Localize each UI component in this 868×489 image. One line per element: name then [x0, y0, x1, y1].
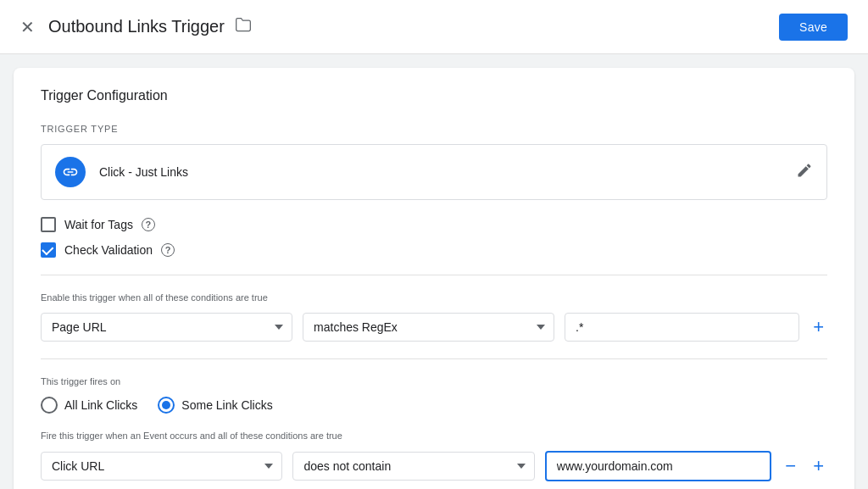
header-title-area: Outbound Links Trigger	[48, 16, 779, 37]
page-title: Outbound Links Trigger	[48, 17, 225, 36]
check-validation-row: Check Validation ?	[41, 242, 827, 258]
save-button[interactable]: Save	[779, 14, 848, 41]
some-link-clicks-radio[interactable]	[158, 397, 175, 414]
divider-1	[41, 275, 827, 275]
fire-trigger-variable-select[interactable]: Click URL Page URL Click Element	[41, 452, 282, 481]
enable-condition-value-input[interactable]	[565, 313, 799, 342]
section-title: Trigger Configuration	[41, 88, 827, 103]
fire-trigger-label: Fire this trigger when an Event occurs a…	[41, 431, 827, 441]
wait-for-tags-checkbox[interactable]	[41, 217, 56, 232]
fire-trigger-condition-row: Click URL Page URL Click Element does no…	[41, 451, 827, 481]
all-link-clicks-radio[interactable]	[41, 397, 58, 414]
wait-for-tags-row: Wait for Tags ?	[41, 217, 827, 232]
all-link-clicks-option[interactable]: All Link Clicks	[41, 397, 137, 414]
fire-trigger-operator-select[interactable]: does not contain contains equals matches…	[292, 452, 534, 481]
enable-condition-label: Enable this trigger when all of these co…	[41, 292, 827, 303]
folder-icon[interactable]	[235, 16, 252, 37]
trigger-type-label: Trigger Type	[41, 124, 827, 134]
trigger-config-panel: Trigger Configuration Trigger Type Click…	[14, 68, 854, 489]
some-link-clicks-radio-inner	[162, 401, 170, 409]
wait-for-tags-label: Wait for Tags	[64, 218, 133, 231]
wait-for-tags-help-icon[interactable]: ?	[142, 218, 155, 231]
main-content: Trigger Configuration Trigger Type Click…	[0, 54, 868, 489]
trigger-type-name: Click - Just Links	[99, 165, 796, 179]
close-button[interactable]: ✕	[20, 17, 35, 37]
fire-trigger-add-button[interactable]: +	[810, 455, 827, 477]
fire-trigger-value-input[interactable]	[545, 451, 771, 481]
check-validation-help-icon[interactable]: ?	[161, 243, 175, 257]
trigger-type-icon	[55, 157, 86, 187]
enable-condition-row: Page URL Click URL Click Element matches…	[41, 313, 827, 342]
fires-on-label: This trigger fires on	[41, 376, 827, 386]
header: ✕ Outbound Links Trigger Save	[0, 0, 868, 54]
check-validation-checkbox[interactable]	[41, 242, 56, 258]
trigger-type-row: Click - Just Links	[41, 144, 827, 200]
enable-condition-variable-select[interactable]: Page URL Click URL Click Element	[41, 313, 292, 342]
fires-on-radio-row: All Link Clicks Some Link Clicks	[41, 397, 827, 414]
divider-2	[41, 358, 827, 359]
some-link-clicks-label: Some Link Clicks	[181, 398, 272, 412]
edit-icon[interactable]	[796, 162, 813, 183]
enable-condition-add-button[interactable]: +	[810, 316, 827, 338]
enable-condition-operator-select[interactable]: matches RegEx contains does not contain …	[303, 313, 554, 342]
some-link-clicks-option[interactable]: Some Link Clicks	[158, 397, 272, 414]
fire-trigger-remove-button[interactable]: −	[782, 455, 799, 477]
all-link-clicks-label: All Link Clicks	[64, 398, 137, 412]
check-validation-label: Check Validation	[64, 243, 153, 257]
